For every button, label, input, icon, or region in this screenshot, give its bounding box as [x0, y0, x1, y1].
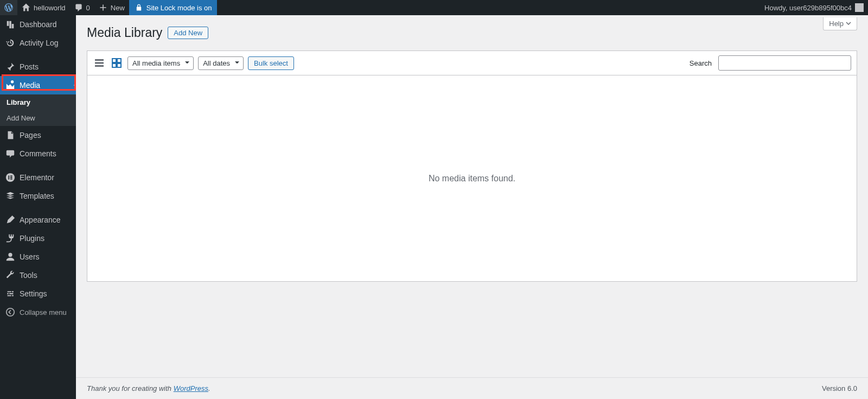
- svg-rect-1: [8, 175, 9, 179]
- no-items-message: No media items found.: [429, 174, 515, 183]
- sidebar-item-pages[interactable]: Pages: [0, 126, 76, 144]
- howdy-text: Howdy, user629b895f00bc4: [764, 4, 852, 12]
- sidebar-item-label: Activity Log: [20, 39, 59, 47]
- media-library-body: No media items found.: [87, 75, 857, 282]
- search-label: Search: [690, 59, 712, 67]
- submenu-item-add-new[interactable]: Add New: [0, 110, 76, 126]
- svg-rect-4: [10, 179, 12, 180]
- sidebar-item-posts[interactable]: Posts: [0, 58, 76, 76]
- site-name-label: helloworld: [34, 4, 66, 12]
- svg-rect-13: [117, 59, 121, 62]
- footer-version: Version 6.0: [822, 384, 857, 392]
- sidebar-item-media[interactable]: Media: [0, 76, 76, 94]
- comments-count: 0: [86, 4, 90, 12]
- admin-bar: helloworld 0 New Site Lock mode is on Ho…: [0, 0, 868, 15]
- sidebar-item-label: Elementor: [20, 173, 54, 182]
- users-icon: [5, 252, 15, 262]
- menu-separator: [0, 205, 76, 211]
- sidebar-item-comments[interactable]: Comments: [0, 144, 76, 163]
- chevron-down-icon: [846, 20, 851, 28]
- media-toolbar: All media items All dates Bulk select Se…: [87, 50, 857, 75]
- content-inner: Media Library Add New All media items Al…: [76, 15, 868, 377]
- add-new-button[interactable]: Add New: [168, 27, 208, 39]
- collapse-icon: [5, 307, 15, 317]
- bulk-select-button[interactable]: Bulk select: [248, 56, 294, 70]
- search-input[interactable]: [718, 55, 851, 71]
- sidebar-item-plugins[interactable]: Plugins: [0, 229, 76, 248]
- lock-icon: [135, 3, 143, 12]
- new-content-menu[interactable]: New: [94, 0, 129, 15]
- sidebar-item-elementor[interactable]: Elementor: [0, 168, 76, 187]
- svg-rect-2: [10, 175, 12, 176]
- sidebar-item-appearance[interactable]: Appearance: [0, 211, 76, 229]
- history-icon: [5, 38, 15, 48]
- submenu-item-label: Library: [7, 98, 30, 106]
- page-title: Media Library: [87, 26, 162, 40]
- settings-icon: [5, 289, 15, 299]
- svg-rect-11: [95, 65, 104, 67]
- svg-point-8: [7, 308, 14, 316]
- site-name-menu[interactable]: helloworld: [17, 0, 70, 15]
- filter-date-select[interactable]: All dates: [198, 56, 244, 70]
- filter-date-value: All dates: [203, 59, 230, 67]
- svg-rect-3: [10, 177, 12, 178]
- help-tab[interactable]: Help: [823, 17, 857, 30]
- sidebar-item-label: Pages: [20, 131, 41, 140]
- sidebar-item-tools[interactable]: Tools: [0, 266, 76, 284]
- svg-rect-12: [112, 59, 116, 62]
- wordpress-icon: [4, 3, 13, 12]
- sidebar-item-templates[interactable]: Templates: [0, 187, 76, 205]
- site-lock-notice[interactable]: Site Lock mode is on: [129, 0, 218, 15]
- media-submenu: Library Add New: [0, 94, 76, 126]
- heading-row: Media Library Add New: [87, 21, 857, 45]
- view-list-button[interactable]: [93, 56, 106, 69]
- sidebar-item-label: Media: [20, 81, 40, 90]
- footer-thanks-prefix: Thank you for creating with: [87, 384, 174, 392]
- sidebar-item-label: Tools: [20, 271, 37, 280]
- my-account-menu[interactable]: Howdy, user629b895f00bc4: [760, 0, 868, 15]
- pin-icon: [5, 62, 15, 72]
- menu-separator: [0, 52, 76, 58]
- elementor-icon: [5, 173, 15, 182]
- sidebar-item-settings[interactable]: Settings: [0, 284, 76, 303]
- comments-icon: [5, 149, 15, 159]
- collapse-menu-button[interactable]: Collapse menu: [0, 303, 76, 321]
- sidebar-item-label: Dashboard: [20, 20, 57, 29]
- svg-rect-9: [95, 59, 104, 61]
- plus-icon: [99, 3, 107, 12]
- sidebar-item-users[interactable]: Users: [0, 248, 76, 266]
- sidebar-item-activity-log[interactable]: Activity Log: [0, 34, 76, 52]
- view-grid-button[interactable]: [110, 56, 123, 69]
- comment-icon: [74, 3, 83, 12]
- help-label: Help: [829, 20, 844, 28]
- sidebar-item-label: Posts: [20, 62, 39, 71]
- collapse-label: Collapse menu: [20, 308, 67, 316]
- filter-type-value: All media items: [132, 59, 180, 67]
- pages-icon: [5, 130, 15, 140]
- submenu-item-library[interactable]: Library: [0, 94, 76, 110]
- dashboard-icon: [5, 20, 15, 29]
- sidebar-item-label: Users: [20, 252, 40, 261]
- home-icon: [22, 3, 30, 12]
- sidebar-item-dashboard[interactable]: Dashboard: [0, 15, 76, 34]
- menu-separator: [0, 163, 76, 168]
- wp-logo-menu[interactable]: [0, 0, 17, 15]
- sidebar-item-label: Templates: [20, 192, 54, 200]
- comments-menu[interactable]: 0: [70, 0, 94, 15]
- avatar: [855, 3, 864, 12]
- footer-thanks-suffix: .: [208, 384, 210, 392]
- sidebar-item-label: Appearance: [20, 216, 61, 224]
- svg-rect-15: [117, 64, 121, 67]
- admin-sidebar: Dashboard Activity Log Posts Media Libra…: [0, 15, 76, 399]
- content-area: Help Media Library Add New All media ite…: [76, 15, 868, 399]
- templates-icon: [5, 191, 15, 201]
- footer-wordpress-link[interactable]: WordPress: [174, 384, 208, 392]
- filter-type-select[interactable]: All media items: [127, 56, 194, 70]
- sidebar-item-label: Settings: [20, 289, 47, 298]
- svg-point-7: [12, 295, 14, 296]
- sidebar-item-label: Comments: [20, 149, 56, 158]
- tools-icon: [5, 270, 15, 280]
- media-icon: [5, 80, 15, 90]
- plugins-icon: [5, 233, 15, 243]
- appearance-icon: [5, 215, 15, 225]
